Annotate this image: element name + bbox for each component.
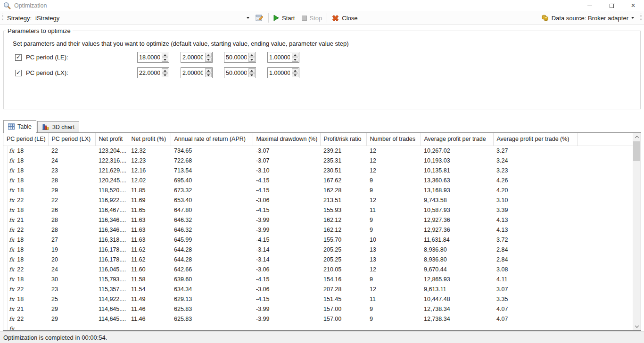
triangle-down-icon	[207, 74, 210, 76]
spinner-value-input[interactable]	[181, 52, 205, 62]
table-row[interactable]: fx1829118,520....11.85673.32-4.15162.289…	[3, 185, 633, 195]
scroll-down-button[interactable]	[633, 322, 641, 330]
table-row[interactable]: fx1823121,629....12.16713.54-3.10230.511…	[3, 165, 633, 175]
spinner-down-button[interactable]	[292, 73, 298, 77]
table-row[interactable]: fx1820116,178....11.62644.28-3.14205.251…	[3, 254, 633, 264]
column-header[interactable]: Net profit	[95, 133, 128, 146]
column-header[interactable]: Average profit per trade	[421, 133, 493, 146]
table-cell: 12.23	[128, 155, 171, 165]
spinner-value-input[interactable]	[268, 68, 291, 78]
chevron-down-icon	[635, 324, 638, 327]
spinner-up-button[interactable]	[248, 68, 255, 73]
spinner-down-button[interactable]	[205, 57, 212, 62]
close-button[interactable]: Close	[329, 12, 361, 24]
triangle-up-icon	[164, 54, 166, 56]
table-cell: 3.10	[493, 195, 577, 205]
table-cell: 11.62	[128, 245, 171, 254]
table-row[interactable]: fx1822123,204....12.32734.65-3.07239.211…	[3, 146, 633, 155]
table-cell: fx18	[3, 155, 48, 165]
column-header[interactable]: Number of trades	[366, 133, 421, 146]
strategy-properties-button[interactable]	[252, 12, 267, 24]
table-row[interactable]: fx2228116,346....11.63646.32-3.99162.129…	[3, 225, 633, 235]
datasource-dropdown-button[interactable]: Data source: Broker adapter	[538, 12, 637, 24]
spinner-up-button[interactable]	[205, 53, 212, 57]
table-cell: 155.70	[320, 235, 366, 245]
column-header[interactable]: Net profit (%)	[128, 133, 171, 146]
table-row[interactable]: fx1825114,922....11.49629.13-4.15151.451…	[3, 294, 633, 304]
table-cell: fx18	[3, 205, 48, 215]
table-cell: 11.63	[128, 215, 171, 225]
table-cell: 9	[366, 314, 421, 324]
minimize-button[interactable]	[579, 0, 601, 11]
strategy-combobox[interactable]: iStrategy	[33, 12, 252, 24]
start-label: Start	[282, 15, 295, 22]
spinner-up-button[interactable]	[248, 53, 255, 57]
spinner-value-input[interactable]	[138, 68, 161, 78]
parameter-label: PC period (LX):	[26, 69, 137, 76]
table-row[interactable]: fx1819116,178....11.62644.28-3.14205.251…	[3, 245, 633, 254]
chevron-up-icon	[635, 136, 638, 139]
tab-table[interactable]: Table	[3, 120, 36, 133]
spinner-value-input[interactable]	[224, 68, 248, 78]
table-row[interactable]: fx1827116,318....11.63645.99-4.15155.701…	[3, 235, 633, 245]
spinner-up-button[interactable]	[205, 68, 212, 73]
parameter-checkbox[interactable]: ✓	[15, 70, 22, 76]
column-header[interactable]: PC period (LE)	[3, 133, 48, 146]
spinner-up-button[interactable]	[292, 68, 298, 73]
tab-3d-chart[interactable]: 3D chart	[37, 121, 79, 132]
column-header[interactable]: PC period (LX)	[48, 133, 95, 146]
spinner-down-button[interactable]	[205, 73, 212, 77]
column-header[interactable]: Average profit per trade (%)	[493, 133, 577, 146]
table-cell: 116,178....	[95, 245, 128, 254]
spinner-value-input[interactable]	[138, 52, 161, 62]
spinner-down-button[interactable]	[162, 57, 168, 62]
close-window-button[interactable]: ×	[622, 0, 644, 11]
table-row[interactable]: fx2224116,045....11.60642.66-3.06210.051…	[3, 264, 633, 274]
table-cell: 10,587.93	[421, 205, 493, 215]
table-row[interactable]: fx1826116,467....11.65647.80-4.15155.931…	[3, 205, 633, 215]
vertical-scrollbar[interactable]	[633, 133, 641, 330]
table-row-partial[interactable]: fx	[3, 324, 633, 331]
table-cell	[577, 155, 633, 165]
table-cell: -3.07	[253, 146, 320, 155]
fx-icon: fx	[9, 296, 14, 302]
table-cell: 13	[366, 254, 421, 264]
spinner-down-button[interactable]	[162, 73, 168, 77]
spinner-up-button[interactable]	[162, 68, 168, 73]
spinner-down-button[interactable]	[248, 57, 255, 62]
table-row[interactable]: fx1824122,316....12.23722.68-3.07235.311…	[3, 155, 633, 165]
start-button[interactable]: Start	[270, 12, 298, 24]
table-cell: 9	[366, 225, 421, 235]
parameter-label: PC period (LE):	[26, 54, 137, 61]
column-header[interactable]: Profit/risk ratio	[320, 133, 366, 146]
maximize-button[interactable]	[601, 0, 622, 11]
spinner-value-input[interactable]	[224, 52, 248, 62]
spinner-down-button[interactable]	[292, 57, 298, 62]
spinner-up-button[interactable]	[292, 53, 298, 57]
table-row[interactable]: fx2229114,645....11.46625.83-3.99157.009…	[3, 314, 633, 324]
table-cell: 123,204....	[95, 146, 128, 155]
spinner-buttons	[291, 68, 299, 78]
spinner-value-input[interactable]	[181, 68, 205, 78]
table-cell: 4.26	[493, 175, 577, 185]
parameter-checkbox[interactable]: ✓	[15, 54, 22, 61]
column-header[interactable]: Maximal drawdown (%)	[253, 133, 320, 146]
fx-icon: fx	[9, 177, 14, 184]
table-cell: 4.07	[493, 314, 577, 324]
spinner-value-input[interactable]	[268, 52, 291, 62]
spinner-up-button[interactable]	[162, 53, 168, 57]
fx-icon: fx	[9, 286, 14, 293]
table-row[interactable]: fx2222116,922....11.69653.40-3.06213.511…	[3, 195, 633, 205]
scroll-up-button[interactable]	[633, 133, 641, 141]
table-cell: 2.84	[493, 245, 577, 254]
table-cell: 9	[366, 185, 421, 195]
table-row[interactable]: fx1828120,245....12.02695.40-4.15167.629…	[3, 175, 633, 185]
table-row[interactable]: fx2129114,645....11.46625.83-3.99157.009…	[3, 304, 633, 314]
table-row[interactable]: fx2128116,346....11.63646.32-3.99162.129…	[3, 215, 633, 225]
column-header[interactable]: Annual rate of return (APR)	[171, 133, 253, 146]
table-row[interactable]: fx1830115,793....11.58639.60-4.15154.169…	[3, 274, 633, 284]
spinner-down-button[interactable]	[248, 73, 255, 77]
table-row[interactable]: fx2223115,357....11.54634.34-3.06207.281…	[3, 284, 633, 294]
scrollbar-thumb[interactable]	[633, 141, 640, 161]
stop-button[interactable]: Stop	[298, 12, 326, 24]
